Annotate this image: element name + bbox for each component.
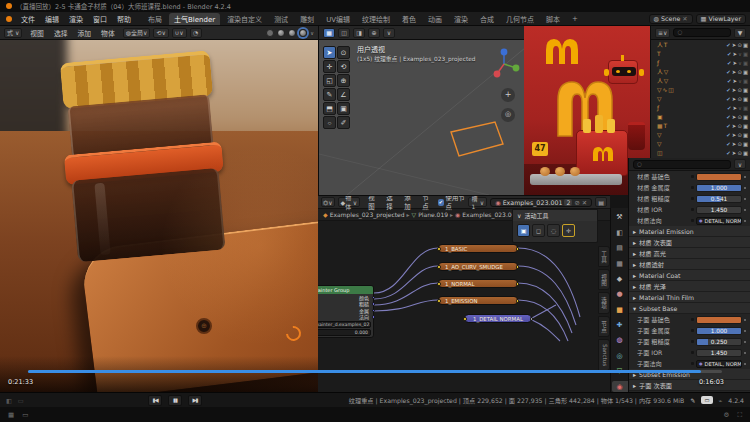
pivot-select[interactable]: ⟲∨ <box>153 28 168 38</box>
shader-node-editor[interactable]: ⏣∨ ◆ 物体 ∨ 视图选择添加节点 ✔ 使用节点 槽 1 ∨ ◉ Exampl… <box>318 195 610 392</box>
keyframe-decorator[interactable] <box>691 175 694 178</box>
section-header-Subset Base[interactable]: ▾Subset Base <box>629 303 750 314</box>
outliner-row[interactable]: ▽✔➤⊙▣ <box>651 139 750 148</box>
value-slider[interactable]: 1.000 <box>696 327 742 335</box>
keyframe-decorator[interactable] <box>691 351 694 354</box>
detail-normal-node[interactable]: 1_DETAIL NORMAL <box>464 314 532 323</box>
camera-icon[interactable]: ▣ <box>743 78 748 84</box>
group-node-image-field[interactable]: painter_d.examples_023_001 <box>318 321 371 328</box>
viewport-rendered-containers[interactable]: ⊕ 式 ∨ 视图选择添加物体 ◍ 全局 ∨ ⟲∨ ∪∨ ◔ ∨ <box>0 26 318 392</box>
jump-to-start-button[interactable]: ▮◀ <box>148 395 162 406</box>
outliner-display-mode[interactable]: ≡∨ <box>655 28 670 38</box>
add-icon[interactable]: ⊕ <box>368 28 380 38</box>
outliner-row[interactable]: ▽✔➤⊙▣ <box>651 130 750 139</box>
selectable-icon[interactable]: ➤ <box>732 51 737 57</box>
workspace-tab[interactable]: UV编辑 <box>321 13 355 25</box>
camera-icon[interactable]: ▣ <box>743 96 748 102</box>
properties-tab-modifiers[interactable]: ✚ <box>612 320 628 331</box>
node-menu-视图[interactable]: 视图 <box>363 195 381 211</box>
selectable-icon[interactable]: ➤ <box>732 60 737 66</box>
selectable-icon[interactable]: ➤ <box>732 123 737 129</box>
normal-dropdown[interactable]: ●DETAIL, NORMAL <box>696 360 742 368</box>
keyframe-decorator[interactable] <box>691 186 694 189</box>
selectable-icon[interactable]: ➤ <box>732 42 737 48</box>
active-tool-panel-header[interactable]: ∨ 活动工具 <box>513 210 597 221</box>
keyframe-decorator[interactable] <box>691 329 694 332</box>
mode-icon-a[interactable]: ◫ <box>338 28 350 38</box>
section-header-材质 次表面[interactable]: ▸材质 次表面 <box>629 237 750 248</box>
value-slider[interactable]: 1.450 <box>696 349 742 357</box>
settings-icon[interactable]: ⚙ <box>724 411 730 419</box>
channel-node-basic[interactable]: 1_BASIC <box>438 244 518 253</box>
checkbox-icon[interactable]: ✔ <box>726 69 731 75</box>
tool-move-icon[interactable]: ✛ <box>323 60 336 73</box>
selectable-icon[interactable]: ➤ <box>732 96 737 102</box>
section-header-Material Coat[interactable]: ▸Material Coat <box>629 270 750 281</box>
properties-tab-data[interactable]: ▽ <box>612 366 628 377</box>
breadcrumb-material[interactable]: Examples_023.001 <box>462 211 519 218</box>
selectable-icon[interactable]: ➤ <box>732 87 737 93</box>
decorator-dot[interactable] <box>744 341 746 343</box>
node-menu-节点[interactable]: 节点 <box>417 195 435 211</box>
selectable-icon[interactable]: ➤ <box>732 150 737 156</box>
extensions-icon[interactable]: ⌁ <box>719 397 723 404</box>
keyframe-decorator[interactable] <box>691 219 694 222</box>
shading-material-icon[interactable] <box>288 29 296 37</box>
use-nodes-checkbox[interactable]: ✔ 使用节点 <box>438 195 465 211</box>
node-menu-选择[interactable]: 选择 <box>381 195 399 211</box>
workspace-tab[interactable]: 合成 <box>475 13 499 25</box>
tool-extrude-icon[interactable]: ▣ <box>337 102 350 115</box>
header-more-icon[interactable]: ∨ <box>383 28 395 38</box>
eye-icon[interactable]: ∨ <box>738 60 742 66</box>
properties-tab-particles[interactable]: ◍ <box>612 335 628 346</box>
workspace-tab[interactable]: 布局 <box>143 13 167 25</box>
decorator-dot[interactable] <box>744 198 746 200</box>
zoom-gizmo-icon[interactable]: + <box>501 88 515 102</box>
decorator-dot[interactable] <box>744 330 746 332</box>
outliner-row[interactable]: ▽∿◫✔➤⊙▣ <box>651 85 750 94</box>
menu-渲染[interactable]: 渲染 <box>64 14 88 24</box>
viewport-menu-选择[interactable]: 选择 <box>49 28 73 38</box>
checkbox-icon[interactable]: ✔ <box>727 51 732 57</box>
annotate-pencil-icon[interactable]: ✎ <box>690 397 695 404</box>
eye-icon[interactable]: ∨ <box>738 105 742 111</box>
properties-tab-scene[interactable]: ◆ <box>612 274 628 285</box>
sidebar-tab-选项[interactable]: 选项 <box>598 292 610 313</box>
tool-tweak-icon[interactable]: ▣ <box>517 224 530 237</box>
camera-icon[interactable]: ▣ <box>743 132 748 138</box>
properties-tab-output[interactable]: ▤ <box>612 243 628 254</box>
properties-tab-world[interactable]: ● <box>612 289 628 300</box>
users-count[interactable]: 2 <box>564 199 572 206</box>
checkbox-icon[interactable]: ✔ <box>726 123 731 129</box>
eye-icon[interactable]: ⊙ <box>737 96 742 102</box>
properties-tab-tool[interactable]: ⚒ <box>612 212 628 223</box>
section-header-材质透射[interactable]: ▸材质透射 <box>629 259 750 270</box>
fullscreen-icon[interactable]: ⛶ <box>737 411 742 419</box>
normal-dropdown[interactable]: ●DETAIL, NORMAL <box>696 217 742 225</box>
decorator-dot[interactable] <box>744 352 746 354</box>
menu-编辑[interactable]: 编辑 <box>40 14 64 24</box>
editor-type-icon[interactable]: ▦ <box>323 28 335 38</box>
menu-窗口[interactable]: 窗口 <box>88 14 112 24</box>
group-node-value[interactable]: 0.000 <box>318 329 371 336</box>
tool-active-highlight-icon[interactable]: ✛ <box>562 224 575 237</box>
shading-solid-icon[interactable] <box>277 29 285 37</box>
breadcrumb-mesh[interactable]: Plane.019 <box>418 211 448 218</box>
editor-type-select[interactable]: ⏣∨ <box>321 197 335 207</box>
channel-node-normal[interactable]: 1_NORMAL <box>438 279 518 288</box>
snap-toggle[interactable]: ∪∨ <box>172 28 187 38</box>
outliner-row[interactable]: ◫✔➤⊙▣ <box>651 148 750 157</box>
eye-icon[interactable]: ⊙ <box>737 132 742 138</box>
tool-add-cube-icon[interactable]: ⬒ <box>323 102 336 115</box>
channel-node-ao[interactable]: 1_AO_CURV_SMUDGE <box>438 262 518 271</box>
outliner-row[interactable]: ƒ✔➤∨▣ <box>651 58 750 67</box>
camera-icon[interactable]: ▣ <box>743 51 748 57</box>
workspace-tab[interactable]: 土气Blender <box>169 13 220 25</box>
workspace-tab[interactable]: 纹理绘制 <box>357 13 395 25</box>
decorator-dot[interactable] <box>744 363 746 365</box>
tool-brush-icon[interactable]: ✐ <box>337 116 350 129</box>
menu-帮助[interactable]: 帮助 <box>112 14 136 24</box>
keyframe-decorator[interactable] <box>691 208 694 211</box>
selectable-icon[interactable]: ➤ <box>732 132 737 138</box>
section-header-Subset Emission[interactable]: ▸Subset Emission <box>629 369 750 380</box>
